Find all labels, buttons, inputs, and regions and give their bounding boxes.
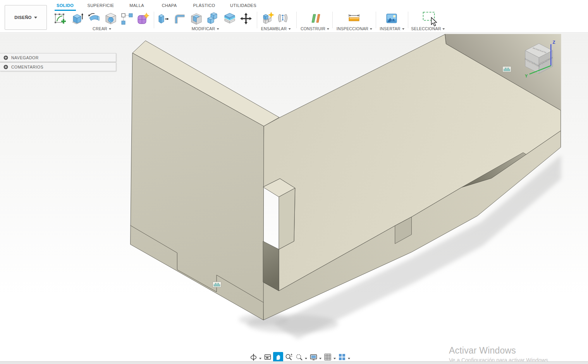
toolbar-divider: [257, 12, 257, 28]
mouse-cursor: [431, 17, 439, 27]
insert-image-button[interactable]: [385, 11, 398, 26]
measure-button[interactable]: [347, 11, 361, 26]
tab-utilidades[interactable]: UTILIDADES: [230, 2, 256, 9]
chevron-down-icon: [327, 28, 329, 31]
group-construir[interactable]: CONSTRUIR: [301, 26, 329, 31]
display-settings-button[interactable]: [308, 352, 318, 362]
chevron-down-icon: [402, 28, 404, 31]
orbit-icon: [249, 353, 258, 361]
chevron-down-icon: [288, 28, 291, 31]
chevron-down-icon[interactable]: [259, 358, 261, 361]
chevron-down-icon[interactable]: [334, 358, 336, 361]
watermark-title: Activar Windows: [449, 345, 550, 356]
z-axis-label: Z: [553, 40, 555, 45]
group-insertar-label: INSERTAR: [380, 26, 401, 31]
tab-superficie[interactable]: SUPERFICIE: [87, 2, 114, 9]
joint-badge[interactable]: [503, 66, 511, 72]
group-crear-label: CREAR: [93, 26, 107, 31]
box-icon: [70, 12, 84, 26]
model-scene: SUPERIOR POSTERIOR IZQUIERDA Z Y: [0, 33, 588, 364]
combine-button[interactable]: [206, 11, 220, 26]
group-modificar[interactable]: MODIFICAR: [192, 26, 219, 31]
window-bottom-strip: [0, 361, 588, 364]
zoom-button[interactable]: [284, 352, 294, 362]
group-ensamblar[interactable]: ENSAMBLAR: [261, 26, 291, 31]
zoom-icon: [285, 353, 293, 361]
y-axis-label: Y: [525, 74, 528, 78]
tab-solido[interactable]: SOLIDO: [57, 2, 74, 9]
active-tab-underline: [55, 10, 76, 11]
insert-image-icon: [385, 12, 398, 25]
chevron-down-icon: [443, 28, 445, 31]
hole-icon: [104, 12, 118, 26]
chevron-down-icon: [34, 17, 37, 20]
create-form-button[interactable]: [135, 11, 150, 26]
toolbar-divider: [408, 12, 408, 28]
expand-plus-icon[interactable]: [3, 55, 8, 60]
panel-navegador[interactable]: NAVEGADOR: [0, 53, 116, 62]
shell-button[interactable]: [189, 11, 204, 26]
fit-button[interactable]: [294, 352, 304, 362]
split-body-button[interactable]: [222, 11, 237, 26]
tab-malla[interactable]: MALLA: [129, 2, 144, 9]
pan-button[interactable]: [273, 352, 283, 362]
group-insertar[interactable]: INSERTAR: [380, 26, 404, 31]
move-copy-button[interactable]: [239, 11, 253, 26]
viewports-icon: [338, 353, 346, 361]
revolve-button[interactable]: [87, 11, 101, 26]
tab-plastico[interactable]: PLÁSTICO: [193, 2, 215, 9]
design-menu-button[interactable]: DISEÑO: [5, 5, 47, 30]
split-body-icon: [223, 12, 237, 26]
combine-icon: [206, 12, 220, 26]
tab-front-face[interactable]: [279, 188, 295, 249]
chevron-down-icon: [370, 28, 372, 31]
group-inspeccionar-label: INSPECCIONAR: [337, 26, 368, 31]
press-pull-icon: [156, 12, 170, 26]
group-seleccionar[interactable]: SELECCIONAR: [411, 26, 445, 31]
form-icon: [136, 12, 150, 26]
viewports-button[interactable]: [337, 352, 347, 362]
press-pull-button[interactable]: [156, 11, 170, 26]
chevron-down-icon[interactable]: [348, 358, 350, 361]
toolbar-divider: [332, 12, 333, 28]
windows-activation-watermark: Activar Windows Ve a Configuración para …: [449, 345, 550, 363]
toolbar-divider: [296, 12, 297, 28]
design-menu-label: DISEÑO: [14, 15, 32, 20]
toolbar-divider: [154, 12, 154, 28]
create-sketch-button[interactable]: [53, 11, 68, 26]
group-crear[interactable]: CREAR: [93, 26, 111, 31]
chevron-down-icon[interactable]: [305, 358, 307, 361]
group-ensamblar-label: ENSAMBLAR: [261, 26, 287, 31]
wall-front-face[interactable]: [131, 53, 264, 320]
panel-comentarios[interactable]: COMENTARIOS: [0, 62, 116, 71]
revolve-icon: [87, 12, 101, 26]
panel-comentarios-label: COMENTARIOS: [11, 65, 43, 69]
orbit-button[interactable]: [248, 352, 258, 362]
joint-slot-gap[interactable]: [263, 241, 279, 291]
grid-snap-button[interactable]: [323, 352, 333, 362]
construction-plane-button[interactable]: [308, 11, 322, 26]
panel-navegador-label: NAVEGADOR: [11, 55, 39, 60]
chevron-down-icon[interactable]: [319, 358, 322, 361]
tab-chapa[interactable]: CHAPA: [162, 2, 177, 9]
expand-plus-icon[interactable]: [3, 65, 8, 69]
shell-icon: [189, 12, 203, 26]
pattern-icon: [120, 12, 134, 26]
new-component-button[interactable]: [261, 11, 274, 26]
primitive-box-button[interactable]: [70, 11, 84, 26]
display-settings-icon: [309, 353, 318, 361]
chevron-down-icon: [109, 28, 111, 31]
pan-icon: [274, 353, 282, 361]
joint-badge[interactable]: [213, 282, 221, 287]
group-inspeccionar[interactable]: INSPECCIONAR: [337, 26, 372, 31]
look-at-button[interactable]: [263, 352, 273, 362]
grid-icon: [324, 353, 332, 361]
toolbar-divider: [376, 12, 376, 28]
measure-icon: [347, 12, 361, 26]
joint-icon: [276, 12, 289, 26]
joint-button[interactable]: [276, 11, 289, 26]
navigation-bar: [248, 352, 351, 362]
fillet-button[interactable]: [172, 11, 187, 26]
rectangular-pattern-button[interactable]: [120, 11, 134, 26]
hole-button[interactable]: [103, 11, 118, 26]
